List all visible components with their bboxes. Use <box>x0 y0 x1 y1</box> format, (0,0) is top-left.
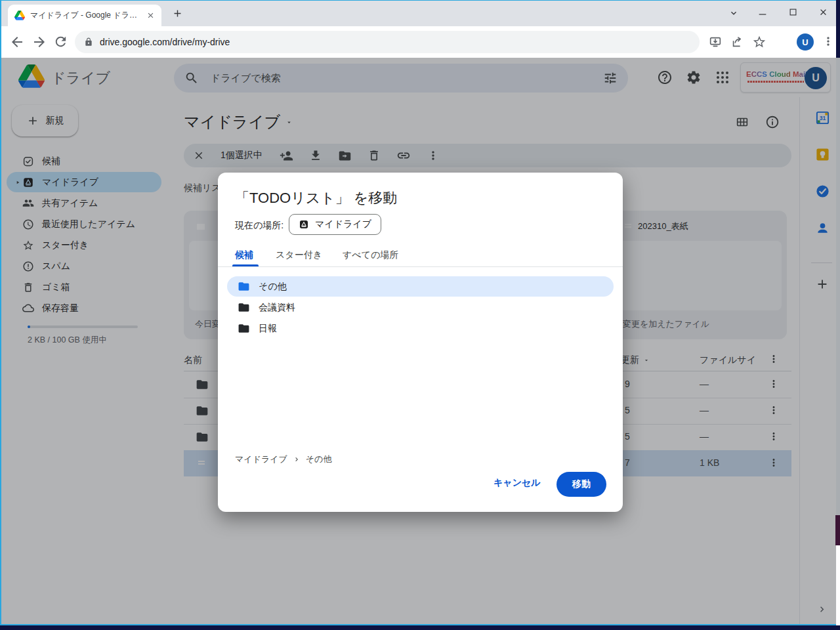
chip-label: マイドライブ <box>315 219 371 230</box>
folder-icon <box>238 322 250 335</box>
dialog-folder-item[interactable]: 会議資料 <box>227 297 614 318</box>
current-location-label: 現在の場所: <box>235 220 284 232</box>
browser-profile-avatar[interactable]: U <box>797 33 814 51</box>
scrollbar-track <box>836 545 840 625</box>
tabs-divider <box>218 266 623 267</box>
downloads-icon[interactable] <box>708 35 723 49</box>
my-drive-icon <box>299 219 309 230</box>
folder-name: その他 <box>259 281 287 293</box>
folder-icon <box>238 301 250 314</box>
bookmark-star-icon[interactable] <box>752 35 766 49</box>
browser-tab[interactable]: マイドライブ - Google ドライブ <box>8 5 161 26</box>
scrollbar-thumb[interactable] <box>835 515 840 545</box>
dialog-title: 「TODOリスト」 を移動 <box>235 188 397 208</box>
back-button[interactable] <box>9 34 25 50</box>
url-text: drive.google.com/drive/my-drive <box>100 37 230 47</box>
dialog-tab-suggested[interactable]: 候補 <box>235 249 253 261</box>
current-location-chip[interactable]: マイドライブ <box>289 214 381 235</box>
screen-edge-strip <box>836 58 840 515</box>
browser-window: マイドライブ - Google ドライブ <box>0 0 836 625</box>
dialog-folder-item-selected[interactable]: その他 <box>227 276 614 297</box>
folder-name: 会議資料 <box>259 302 295 314</box>
folder-icon <box>238 280 250 293</box>
breadcrumb-current[interactable]: その他 <box>306 453 332 465</box>
reload-button[interactable] <box>53 34 68 49</box>
move-button[interactable]: 移動 <box>556 472 606 497</box>
dialog-tab-starred[interactable]: スター付き <box>276 249 322 261</box>
folder-name: 日報 <box>259 323 277 335</box>
dialog-folder-item[interactable]: 日報 <box>227 318 614 339</box>
browser-menu-icon[interactable] <box>822 35 835 48</box>
tab-close-icon[interactable] <box>146 11 155 20</box>
url-bar[interactable]: drive.google.com/drive/my-drive <box>75 31 700 53</box>
tab-title: マイドライブ - Google ドライブ <box>30 10 141 21</box>
cancel-button[interactable]: キャンセル <box>494 477 541 489</box>
share-icon[interactable] <box>730 35 745 49</box>
window-close-button[interactable] <box>818 7 828 17</box>
chevron-right-icon <box>293 455 301 463</box>
forward-button[interactable] <box>32 34 47 50</box>
lock-icon <box>84 37 93 47</box>
dialog-breadcrumb: マイドライブ その他 <box>235 453 331 465</box>
address-bar: drive.google.com/drive/my-drive U <box>1 26 836 58</box>
breadcrumb-root[interactable]: マイドライブ <box>235 453 287 465</box>
move-dialog: 「TODOリスト」 を移動 現在の場所: マイドライブ 候補 スター付き すべて… <box>218 173 623 512</box>
new-tab-button[interactable] <box>172 8 183 19</box>
dialog-tab-all-locations[interactable]: すべての場所 <box>343 249 398 261</box>
tab-search-chevron-icon[interactable] <box>728 8 739 18</box>
window-minimize-button[interactable] <box>757 11 768 18</box>
window-maximize-button[interactable] <box>788 7 798 17</box>
drive-favicon-icon <box>14 10 25 20</box>
